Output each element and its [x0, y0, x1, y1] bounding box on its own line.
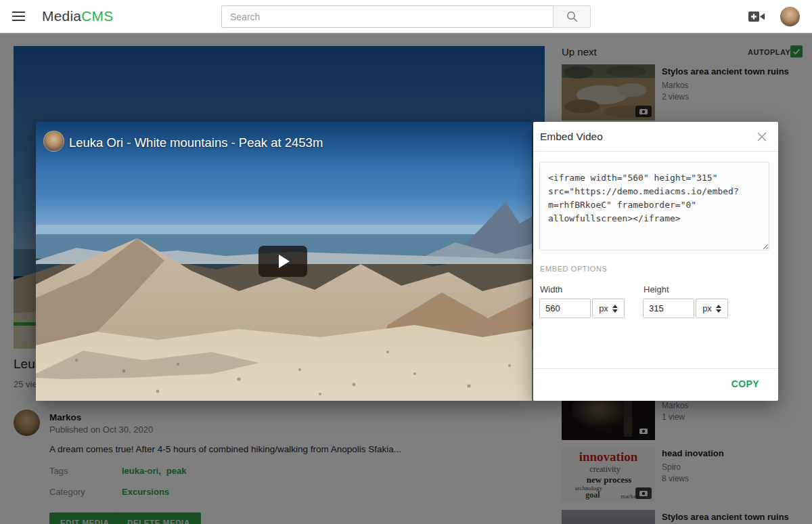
height-label: Height [644, 284, 669, 294]
search-icon [566, 10, 579, 23]
user-avatar[interactable] [780, 7, 800, 26]
embed-preview-player[interactable]: Leuka Ori - White mountains - Peak at 24… [36, 122, 532, 401]
app-logo[interactable]: MediaCMS [42, 8, 113, 24]
height-unit-select[interactable]: px [696, 299, 728, 318]
embed-options-label: EMBED OPTIONS [540, 265, 607, 273]
menu-button[interactable] [12, 9, 27, 23]
logo-media-text: Media [42, 8, 81, 24]
preview-play-button[interactable] [258, 246, 307, 277]
unit-value: px [599, 303, 608, 313]
videocam-plus-icon [748, 11, 765, 22]
preview-channel-avatar[interactable] [43, 131, 64, 152]
top-bar: MediaCMS [0, 0, 812, 33]
hamburger-icon [12, 12, 25, 13]
modal-title: Embed Video [540, 131, 603, 143]
close-button[interactable] [755, 130, 769, 144]
select-arrows-icon [716, 305, 721, 313]
play-icon [279, 255, 290, 268]
unit-value: px [702, 303, 712, 313]
page: Leuka Ori - White mountains - Peak at 24… [0, 0, 812, 524]
close-icon [757, 131, 767, 142]
select-arrows-icon [612, 305, 618, 313]
width-unit-select[interactable]: px [592, 299, 625, 318]
search-input[interactable] [221, 5, 553, 28]
height-input[interactable] [643, 299, 694, 318]
copy-button[interactable]: COPY [731, 378, 759, 389]
modal-footer: COPY [533, 368, 778, 401]
embed-video-modal: Embed Video <iframe width="560" height="… [533, 122, 778, 401]
search-form [221, 5, 591, 28]
embed-code-textarea[interactable]: <iframe width="560" height="315" src="ht… [539, 162, 769, 250]
logo-cms-text: CMS [81, 8, 113, 24]
width-label: Width [540, 284, 562, 294]
header-actions [748, 0, 800, 33]
preview-video-title-link[interactable]: Leuka Ori - White mountains - Peak at 24… [69, 135, 323, 150]
search-button[interactable] [553, 5, 591, 28]
modal-header: Embed Video [533, 122, 778, 152]
upload-media-button[interactable] [748, 11, 765, 22]
width-input[interactable] [539, 299, 591, 318]
